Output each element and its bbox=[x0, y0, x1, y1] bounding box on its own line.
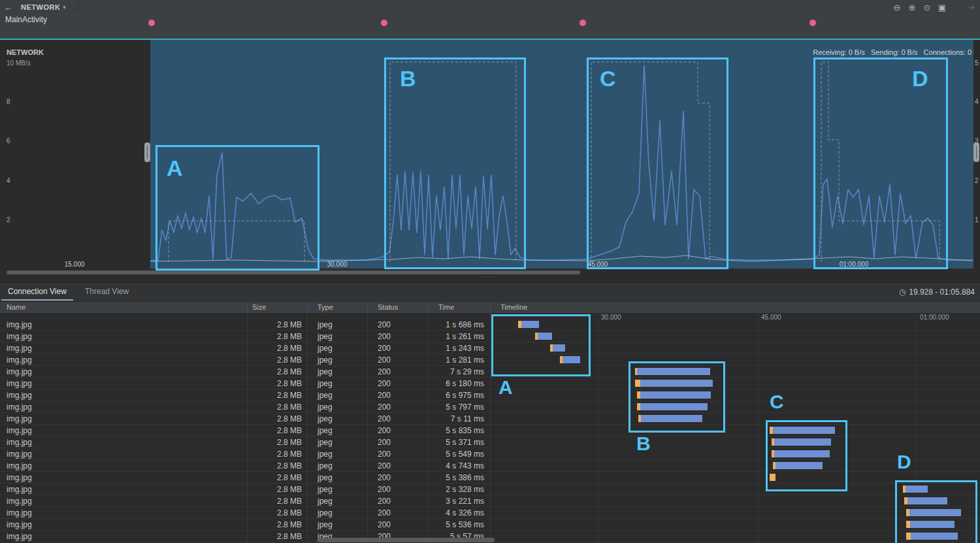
cell-size: 2.8 MB bbox=[247, 520, 302, 529]
column-header-timeline[interactable]: Timeline bbox=[500, 303, 527, 311]
cell-time: 6 s 180 ms bbox=[393, 379, 484, 388]
profiler-title: NETWORK bbox=[21, 3, 60, 11]
back-icon[interactable]: ← bbox=[0, 2, 17, 12]
cell-status: 200 bbox=[378, 426, 391, 435]
chart-axis-max-label: 10 MB/s bbox=[7, 59, 31, 67]
go-live-icon: ⇥ bbox=[966, 3, 976, 12]
selected-range: ◷ 19.928 - 01:05.884 bbox=[899, 283, 975, 301]
cell-name: img.jpg bbox=[7, 438, 32, 447]
cell-name: img.jpg bbox=[7, 355, 32, 365]
cell-time: 4 s 743 ms bbox=[393, 461, 484, 470]
column-separator bbox=[367, 301, 368, 543]
cell-type: jpeg bbox=[318, 485, 333, 494]
tab-connection-view[interactable]: Connection View bbox=[1, 283, 73, 300]
cell-status: 200 bbox=[378, 485, 391, 494]
time-axis-tick: 45.000 bbox=[588, 261, 608, 268]
cell-time: 1 s 281 ms bbox=[393, 355, 484, 365]
toolbar-icons: ⊖⊕⊙▣⇥ bbox=[892, 0, 976, 14]
selection-handle-right[interactable] bbox=[973, 142, 979, 162]
cell-status: 200 bbox=[378, 367, 391, 376]
right-axis-tick: 4 bbox=[975, 98, 979, 105]
activity-event-dot[interactable] bbox=[148, 20, 155, 26]
cell-size: 2.8 MB bbox=[247, 414, 302, 423]
left-axis-tick: 2 bbox=[7, 216, 10, 223]
column-header-size[interactable]: Size bbox=[252, 303, 266, 311]
cell-name: img.jpg bbox=[7, 461, 32, 470]
annotation-label-c: C bbox=[600, 67, 616, 90]
cell-status: 200 bbox=[378, 497, 391, 506]
cell-name: img.jpg bbox=[7, 391, 32, 400]
zoom-in-icon[interactable]: ⊕ bbox=[907, 3, 917, 12]
cell-name: img.jpg bbox=[7, 520, 32, 529]
cell-name: img.jpg bbox=[7, 497, 32, 506]
cell-type: jpeg bbox=[318, 403, 333, 412]
column-header-status[interactable]: Status bbox=[378, 303, 398, 311]
chart-legend: Receiving: 0 B/s Sending: 0 B/s Connecti… bbox=[813, 48, 972, 56]
timeline-group-box-c bbox=[766, 420, 847, 491]
cell-status: 200 bbox=[378, 520, 391, 529]
column-header-time[interactable]: Time bbox=[438, 303, 454, 311]
cell-type: jpeg bbox=[318, 332, 333, 341]
cell-status: 200 bbox=[378, 438, 391, 447]
activity-event-dot[interactable] bbox=[381, 20, 387, 26]
cell-status: 200 bbox=[378, 473, 391, 482]
cell-time: 7 s 29 ms bbox=[393, 367, 484, 376]
cell-size: 2.8 MB bbox=[247, 450, 302, 459]
table-horizontal-scrollbar[interactable] bbox=[318, 538, 495, 542]
activity-event-dot[interactable] bbox=[809, 20, 816, 26]
column-header-type[interactable]: Type bbox=[318, 303, 333, 311]
event-strip bbox=[0, 14, 980, 39]
toolbar-separator bbox=[78, 2, 78, 12]
column-separator bbox=[490, 301, 491, 543]
cell-name: img.jpg bbox=[7, 379, 32, 388]
activity-label: MainActivity bbox=[5, 15, 47, 24]
column-separator bbox=[247, 301, 248, 543]
cell-size: 2.8 MB bbox=[247, 438, 302, 447]
cell-name: img.jpg bbox=[7, 508, 32, 518]
cell-name: img.jpg bbox=[7, 426, 32, 435]
cell-status: 200 bbox=[378, 414, 391, 423]
cell-name: img.jpg bbox=[7, 320, 32, 329]
view-tab-bar: Connection View Thread View ◷ 19.928 - 0… bbox=[0, 282, 980, 302]
cell-time: 1 s 686 ms bbox=[393, 320, 484, 329]
zoom-out-icon[interactable]: ⊖ bbox=[892, 3, 902, 12]
cell-status: 200 bbox=[378, 379, 391, 388]
cell-status: 200 bbox=[378, 391, 391, 400]
column-header-name[interactable]: Name bbox=[7, 303, 25, 311]
cell-name: img.jpg bbox=[7, 414, 32, 423]
cell-size: 2.8 MB bbox=[247, 367, 302, 376]
cell-time: 5 s 386 ms bbox=[393, 473, 484, 482]
timeline-group-label-d: D bbox=[897, 452, 911, 472]
cell-size: 2.8 MB bbox=[247, 355, 302, 365]
tab-thread-view[interactable]: Thread View bbox=[78, 283, 135, 300]
selection-handle-left[interactable] bbox=[144, 142, 150, 162]
timeline-gridline bbox=[598, 313, 598, 543]
cell-size: 2.8 MB bbox=[247, 391, 302, 400]
zoom-to-selection-icon[interactable]: ▣ bbox=[937, 3, 947, 12]
cell-time: 6 s 975 ms bbox=[393, 391, 484, 400]
cell-name: img.jpg bbox=[7, 532, 32, 541]
right-axis-tick: 5 bbox=[975, 59, 979, 67]
cell-name: img.jpg bbox=[7, 367, 32, 376]
cell-size: 2.8 MB bbox=[247, 426, 302, 435]
cell-type: jpeg bbox=[318, 438, 333, 447]
timeline-axis-tick: 30.000 bbox=[601, 314, 621, 321]
cell-status: 200 bbox=[378, 461, 391, 470]
cell-name: img.jpg bbox=[7, 485, 32, 494]
left-axis-tick: 8 bbox=[7, 98, 10, 105]
cell-status: 200 bbox=[378, 320, 391, 329]
cell-type: jpeg bbox=[318, 497, 333, 506]
cell-name: img.jpg bbox=[7, 344, 32, 353]
cell-type: jpeg bbox=[318, 379, 333, 388]
activity-event-dot[interactable] bbox=[580, 20, 586, 26]
chevron-down-icon[interactable]: ▾ bbox=[63, 4, 66, 10]
right-axis-tick: 1 bbox=[975, 216, 979, 223]
cell-type: jpeg bbox=[318, 508, 333, 518]
timeline-axis-tick: 45.000 bbox=[761, 314, 781, 321]
reset-zoom-icon[interactable]: ⊙ bbox=[922, 3, 932, 12]
cell-type: jpeg bbox=[318, 391, 333, 400]
splitter-grip[interactable]: ∙∙∙∙∙∙ bbox=[482, 274, 494, 280]
cell-type: jpeg bbox=[318, 414, 333, 423]
cell-size: 2.8 MB bbox=[247, 508, 302, 518]
range-text: 19.928 - 01:05.884 bbox=[909, 288, 975, 297]
